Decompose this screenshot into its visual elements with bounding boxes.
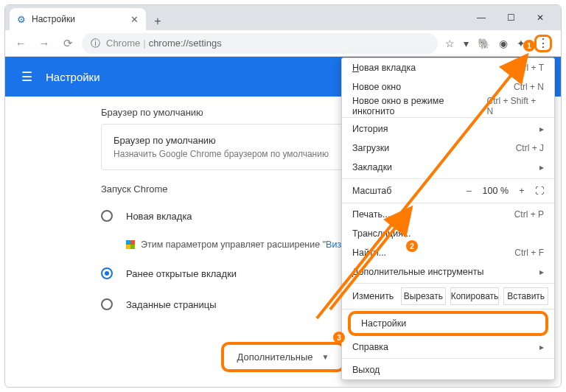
menu-item-downloads[interactable]: ЗагрузкиCtrl + J: [342, 139, 554, 158]
menu-edit-row: Изменить Вырезать Копировать Вставить: [342, 285, 554, 307]
menu-paste-button[interactable]: Вставить: [503, 287, 548, 305]
menu-item-bookmarks[interactable]: Закладки▸: [342, 158, 554, 177]
back-button[interactable]: ←: [11, 37, 30, 49]
hamburger-menu-icon[interactable]: ☰: [21, 69, 32, 85]
chrome-menu-button[interactable]: ⋮: [534, 35, 552, 52]
menu-zoom-row: Масштаб – 100 % + ⛶: [342, 181, 554, 201]
menu-cut-button[interactable]: Вырезать: [401, 287, 446, 305]
radio-icon: [101, 298, 113, 310]
new-tab-button[interactable]: +: [149, 13, 167, 30]
annotation-badge-2: 2: [406, 240, 418, 252]
tab-title: Настройки: [32, 14, 75, 24]
evernote-icon[interactable]: 🐘: [478, 38, 490, 49]
advanced-button[interactable]: Дополнительные ▼: [221, 342, 346, 372]
zoom-in-button[interactable]: +: [516, 186, 528, 196]
annotation-badge-1: 1: [523, 40, 535, 52]
radio-label: Ранее открытые вкладки: [126, 268, 237, 279]
close-tab-icon[interactable]: ✕: [130, 14, 139, 25]
gear-icon: ⚙: [17, 14, 26, 25]
zoom-value: 100 %: [483, 186, 509, 196]
browser-toolbar: ← → ⟳ ⓘ Chrome | chrome://settings ☆ ▾ 🐘…: [5, 30, 561, 57]
window-maximize-button[interactable]: ☐: [496, 5, 525, 30]
menu-item-print[interactable]: Печать...Ctrl + P: [342, 205, 554, 224]
menu-item-find[interactable]: Найти...Ctrl + F: [342, 243, 554, 262]
ms-logo-icon: [126, 240, 135, 249]
tab-strip: ⚙ Настройки ✕ + — ☐ ✕: [5, 5, 561, 30]
reload-button[interactable]: ⟳: [58, 37, 77, 50]
menu-item-new-tab[interactable]: Новая вкладкаCtrl + T: [342, 58, 554, 77]
menu-item-exit[interactable]: Выход: [342, 360, 554, 379]
forward-button[interactable]: →: [35, 37, 54, 49]
window-close-button[interactable]: ✕: [525, 5, 555, 30]
menu-item-cast[interactable]: Трансляция...: [342, 224, 554, 243]
zoom-out-button[interactable]: –: [464, 186, 475, 196]
managed-text: Этим параметром управляет расширение ": [141, 239, 326, 250]
address-bar[interactable]: ⓘ Chrome | chrome://settings: [82, 33, 438, 54]
menu-item-settings[interactable]: Настройки: [348, 311, 548, 336]
url-prefix: Chrome: [106, 38, 140, 49]
radio-icon-selected: [101, 267, 113, 279]
radio-label: Заданные страницы: [126, 299, 217, 310]
extension-dot-icon[interactable]: ◉: [499, 38, 508, 49]
chrome-main-menu: Новая вкладкаCtrl + T Новое окноCtrl + N…: [341, 57, 555, 380]
site-info-icon[interactable]: ⓘ: [91, 37, 100, 50]
menu-item-help[interactable]: Справка▸: [342, 337, 554, 357]
advanced-label: Дополнительные: [237, 351, 313, 363]
menu-item-history[interactable]: История▸: [342, 119, 554, 139]
menu-copy-button[interactable]: Копировать: [450, 287, 500, 305]
url-text: chrome://settings: [149, 38, 222, 49]
menu-item-incognito[interactable]: Новое окно в режиме инкогнитоCtrl + Shif…: [342, 97, 554, 116]
pocket-icon[interactable]: ▾: [464, 38, 469, 49]
browser-tab-settings[interactable]: ⚙ Настройки ✕: [10, 8, 146, 30]
star-icon[interactable]: ☆: [445, 38, 455, 49]
menu-item-more-tools[interactable]: Дополнительные инструменты▸: [342, 262, 554, 281]
annotation-badge-3: 3: [333, 332, 345, 343]
radio-icon: [101, 210, 113, 222]
page-title: Настройки: [46, 71, 100, 83]
radio-label: Новая вкладка: [126, 211, 192, 222]
menu-item-new-window[interactable]: Новое окноCtrl + N: [342, 77, 554, 97]
chevron-down-icon: ▼: [322, 353, 329, 361]
window-minimize-button[interactable]: —: [467, 5, 496, 30]
fullscreen-icon[interactable]: ⛶: [535, 186, 544, 196]
